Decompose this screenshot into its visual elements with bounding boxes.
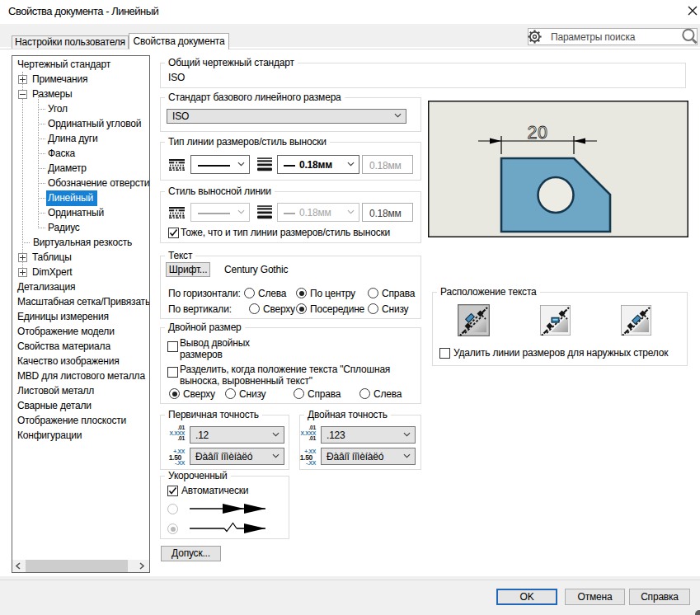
svg-text:20: 20 xyxy=(528,123,548,143)
